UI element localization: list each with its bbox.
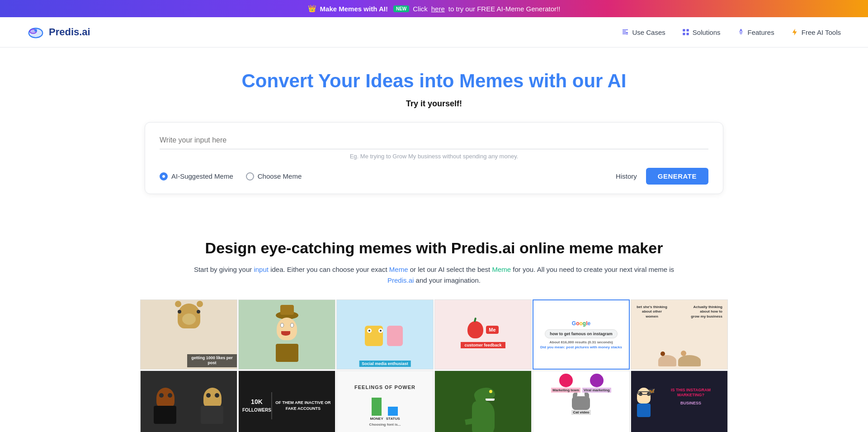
meme-row-2: 10KFOLLOWERS OF THEM ARE INACTIVE OR FAK…	[140, 370, 728, 432]
svg-rect-5	[626, 32, 628, 35]
nav-link-use-cases[interactable]: Use Cases	[621, 28, 665, 36]
nav-link-features[interactable]: Features	[737, 28, 774, 36]
meme-winnie: getting 1000 likes per post	[140, 299, 237, 370]
google-logo-text: Google	[572, 320, 590, 327]
hero-title: Convert Your Ideas into Memes with our A…	[9, 70, 859, 92]
input-example: Eg. Me trying to Grow My business withou…	[160, 153, 708, 160]
business-text: BUSINESS	[658, 401, 724, 405]
google-did-you-mean: Did you mean: post pictures with money s…	[540, 345, 622, 349]
bookmark-icon	[621, 28, 629, 36]
input-card: Eg. Me trying to Grow My business withou…	[145, 122, 723, 194]
banner-link[interactable]: here	[431, 5, 445, 13]
follower-inactive-text: OF THEM ARE INACTIVE OR FAKE ACCOUNTS	[272, 400, 331, 411]
svg-rect-8	[683, 33, 685, 35]
meme-followers: 10KFOLLOWERS OF THEM ARE INACTIVE OR FAK…	[238, 370, 335, 432]
logo-icon	[27, 24, 44, 41]
svg-point-10	[740, 31, 741, 32]
top-banner: 👑 Make Memes with AI! NEW Click here to …	[0, 0, 868, 17]
marketing-team-label: Marketing team	[551, 388, 580, 393]
nav-link-free-ai[interactable]: Free AI Tools	[791, 28, 841, 36]
rocket-icon	[737, 28, 745, 36]
banner-cta-suffix: to try our FREE AI-Meme Generator!!	[448, 5, 561, 13]
navbar: Predis.ai Use Cases Solutions	[0, 17, 868, 47]
sleeping-caption-left: bet she's thinking about other women	[636, 305, 668, 319]
meme-input[interactable]	[160, 133, 708, 149]
nav-link-solutions[interactable]: Solutions	[682, 28, 721, 36]
banner-text: Make Memes with AI!	[320, 5, 388, 13]
meme-instagram: 🦋 IS THIS INSTAGRAM MARKETING? BUSINESS	[631, 370, 728, 432]
section-heading: Design eye-catching memes with Predis.ai…	[9, 239, 859, 257]
lightning-icon	[791, 28, 799, 36]
radio-ai-label: AI-Suggested Meme	[171, 172, 233, 180]
radio-ai-suggested[interactable]: AI-Suggested Meme	[160, 172, 233, 180]
desc-highlight-meme2: Meme	[492, 266, 511, 273]
radio-group: AI-Suggested Meme Choose Meme	[160, 172, 302, 180]
meme-feelings-power: FEELINGS OF POWER MONEY STATUS Choosing …	[336, 370, 434, 432]
meme-raptor	[434, 370, 532, 432]
viral-label: Viral marketing	[582, 388, 611, 393]
feelings-subtitle: Choosing font is...	[369, 423, 401, 427]
hero-section: Convert Your Ideas into Memes with our A…	[0, 47, 868, 208]
meme-viral-marketing: Marketing team Viral marketing	[533, 370, 630, 432]
meme-winnie-caption: getting 1000 likes per post	[187, 354, 237, 367]
input-controls: AI-Suggested Meme Choose Meme History GE…	[160, 168, 708, 185]
svg-rect-7	[686, 29, 689, 31]
google-search-query: how to get famous on instagram	[545, 329, 618, 338]
desc-highlight-input: input	[254, 266, 269, 273]
generate-button[interactable]: GENERATE	[646, 168, 708, 185]
hero-subtitle: Try it yourself!	[9, 99, 859, 109]
section-container: Design eye-catching memes with Predis.ai…	[0, 239, 868, 432]
nav-links: Use Cases Solutions Features Free AI T	[621, 28, 841, 36]
banner-new-badge: NEW	[393, 5, 409, 12]
meme-feedback-caption: customer feedback	[461, 342, 505, 348]
banner-cta-prefix: Click	[413, 5, 428, 13]
logo-area[interactable]: Predis.ai	[27, 24, 90, 41]
banner-emoji: 👑	[308, 5, 316, 13]
desc-highlight-meme1: Meme	[389, 266, 408, 273]
desc-highlight-predis: Predis.ai	[387, 276, 414, 284]
sleeping-caption-right: Actually thinking about how to grow my b…	[691, 305, 722, 319]
bar-label-money: MONEY	[370, 417, 383, 421]
svg-rect-9	[686, 33, 689, 35]
feelings-title: FEELINGS OF POWER	[354, 385, 415, 390]
logo-text: Predis.ai	[49, 26, 90, 38]
radio-choose-meme[interactable]: Choose Meme	[246, 172, 302, 180]
google-search-result: About 816,000 results (0.31 seconds)	[549, 340, 613, 344]
meme-sleeping-thinking: bet she's thinking about other women Act…	[631, 299, 728, 370]
bar-label-status: STATUS	[386, 417, 400, 421]
meme-row-1: getting 1000 likes per post	[140, 299, 728, 370]
meme-spongebob-caption: Social media enthusiast	[359, 361, 411, 367]
section-desc: Start by giving your input idea. Either …	[185, 264, 683, 286]
meme-spongebob: Social media enthusiast	[336, 299, 434, 370]
history-button[interactable]: History	[616, 172, 637, 180]
cat-video-label: Cat video	[571, 410, 590, 415]
meme-google: Google how to get famous on instagram Ab…	[533, 299, 630, 370]
meme-grid-container: getting 1000 likes per post	[140, 299, 728, 432]
meme-apple-feedback: Me customer feedback	[434, 299, 532, 370]
follower-count: 10KFOLLOWERS	[242, 398, 271, 413]
meme-cartoon-man	[238, 299, 335, 370]
radio-empty-indicator	[246, 172, 254, 180]
controls-right: History GENERATE	[616, 168, 708, 185]
svg-point-4	[34, 29, 37, 32]
insta-question-text: IS THIS INSTAGRAM MARKETING?	[658, 388, 724, 398]
radio-selected-indicator	[160, 172, 168, 180]
svg-rect-6	[683, 29, 685, 31]
grid-icon	[682, 28, 690, 36]
meme-dark-men	[140, 370, 237, 432]
radio-choose-label: Choose Meme	[258, 172, 302, 180]
